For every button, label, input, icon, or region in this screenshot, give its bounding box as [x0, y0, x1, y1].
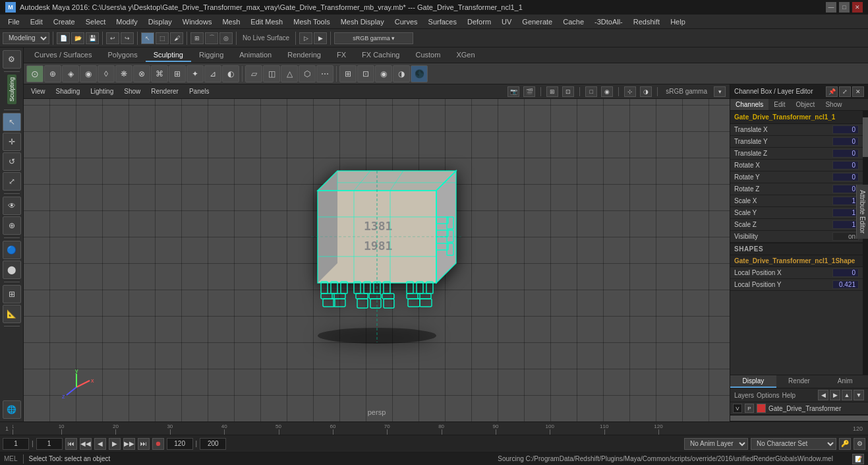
- viewport[interactable]: View Shading Lighting Show Renderer Pane…: [24, 84, 730, 421]
- ch-local-pos-y-val[interactable]: 0.421: [832, 280, 859, 289]
- move-tool[interactable]: ✛: [3, 133, 21, 151]
- tab-rendering[interactable]: Rendering: [279, 49, 329, 62]
- sculpt-tool-7[interactable]: ⊗: [133, 65, 150, 82]
- display-tool-5[interactable]: 🌑: [411, 65, 428, 82]
- layer-color-swatch[interactable]: [757, 404, 766, 413]
- menu-edit[interactable]: Edit: [25, 16, 48, 27]
- show-hide-btn[interactable]: 👁: [3, 197, 21, 215]
- display-tool-4[interactable]: ◑: [393, 65, 410, 82]
- vp-show-menu[interactable]: Show: [121, 87, 144, 96]
- tab-fx[interactable]: FX: [329, 49, 354, 62]
- layer-scrollbar-thumb[interactable]: [730, 416, 868, 421]
- mesh-tool-1[interactable]: ▱: [245, 65, 262, 82]
- vp-film-btn[interactable]: 🎬: [523, 86, 535, 97]
- open-btn[interactable]: 📂: [71, 32, 84, 44]
- cb-tab-edit[interactable]: Edit: [768, 99, 790, 110]
- menu-mesh-tools[interactable]: Mesh Tools: [288, 16, 335, 27]
- axis-btn[interactable]: 🌐: [3, 400, 21, 419]
- menu-redshift[interactable]: Redshift: [628, 16, 665, 27]
- redo-btn[interactable]: ↪: [121, 32, 134, 44]
- menu-mesh[interactable]: Mesh: [217, 16, 245, 27]
- menu-cache[interactable]: Cache: [558, 16, 589, 27]
- sculpt-tool-2[interactable]: ⊕: [44, 65, 61, 82]
- char-set-select[interactable]: No Character Set: [751, 438, 836, 450]
- ch-translate-x-val[interactable]: 0: [832, 125, 859, 134]
- cb-resize-btn[interactable]: ⤢: [839, 86, 851, 97]
- colorspace-btn[interactable]: sRGB gamma ▾: [334, 32, 413, 44]
- menu-display[interactable]: Display: [143, 16, 177, 27]
- cb-close-btn[interactable]: ✕: [852, 86, 864, 97]
- dt-tab-render[interactable]: Render: [776, 375, 823, 388]
- mesh-tool-3[interactable]: △: [281, 65, 298, 82]
- sculpt-tool-8[interactable]: ⌘: [151, 65, 168, 82]
- layer-scrollbar[interactable]: [730, 415, 868, 421]
- menu-select[interactable]: Select: [80, 16, 111, 27]
- channel-box-scrollbar-thumb[interactable]: [863, 117, 868, 157]
- menu-windows[interactable]: Windows: [177, 16, 217, 27]
- display-tool-3[interactable]: ◉: [375, 65, 392, 82]
- pb-play[interactable]: ▶: [109, 438, 121, 450]
- viewport-canvas[interactable]: 1381 1981: [24, 99, 730, 421]
- maximize-button[interactable]: □: [839, 2, 850, 13]
- pb-step-back[interactable]: ◀◀: [80, 438, 92, 450]
- isolate-btn[interactable]: ⊕: [3, 216, 21, 235]
- sculpt-tool-12[interactable]: ◐: [222, 65, 239, 82]
- menu-surfaces[interactable]: Surfaces: [423, 16, 462, 27]
- pb-next-key[interactable]: ⏭: [138, 438, 150, 450]
- menu-uv[interactable]: UV: [496, 16, 517, 27]
- ch-scale-y-val[interactable]: 1: [832, 208, 859, 217]
- ch-visibility-val[interactable]: on: [832, 232, 859, 241]
- cb-pin-btn[interactable]: 📌: [826, 86, 838, 97]
- menu-modify[interactable]: Modify: [111, 16, 142, 27]
- layer-tab-help[interactable]: Help: [782, 392, 796, 399]
- vp-grid-btn[interactable]: ⊞: [546, 86, 558, 97]
- sculpt-tool-6[interactable]: ❋: [115, 65, 132, 82]
- ch-scale-z-val[interactable]: 1: [832, 220, 859, 229]
- measure-btn[interactable]: 📐: [3, 305, 21, 323]
- display-tool-2[interactable]: ⊡: [357, 65, 374, 82]
- pb-auto-key[interactable]: ⚙: [854, 438, 865, 450]
- sculpt-tool-4[interactable]: ◉: [80, 65, 97, 82]
- grid-btn[interactable]: ⊞: [3, 285, 21, 303]
- tab-animation[interactable]: Animation: [231, 49, 279, 62]
- current-frame-input[interactable]: [3, 438, 29, 450]
- undo-btn[interactable]: ↩: [106, 32, 119, 44]
- sculpt-tool-3[interactable]: ◈: [62, 65, 79, 82]
- layer-visibility-btn[interactable]: V: [733, 404, 742, 413]
- mesh-tool-5[interactable]: ⋯: [316, 65, 333, 82]
- mel-label[interactable]: MEL: [4, 455, 18, 462]
- pb-key-settings[interactable]: 🔑: [839, 438, 851, 450]
- vp-wire-btn[interactable]: ⊹: [624, 86, 636, 97]
- snap-btn[interactable]: 🔵: [3, 241, 21, 259]
- vp-view-menu[interactable]: View: [28, 87, 49, 96]
- render-btn[interactable]: ▷: [299, 32, 312, 44]
- select-btn[interactable]: ↖: [141, 32, 154, 44]
- vp-panels-menu[interactable]: Panels: [186, 87, 213, 96]
- attribute-editor-tab[interactable]: Attribute Editor: [856, 185, 868, 239]
- mesh-tool-4[interactable]: ⬡: [299, 65, 316, 82]
- menu-create[interactable]: Create: [48, 16, 80, 27]
- menu-3dtool[interactable]: -3DtoAll-: [589, 16, 628, 27]
- menu-help[interactable]: Help: [665, 16, 691, 27]
- timeline-ruler[interactable]: 1102030405060708090100110120: [13, 422, 849, 435]
- dt-tab-display[interactable]: Display: [730, 375, 776, 388]
- sculpt-tool-5[interactable]: ◊: [98, 65, 115, 82]
- pb-record[interactable]: ⏺: [152, 438, 164, 450]
- script-editor-btn[interactable]: 📝: [852, 454, 864, 464]
- ch-rotate-x-val[interactable]: 0: [832, 161, 859, 170]
- snap-grid-btn[interactable]: ⊞: [190, 32, 204, 44]
- tab-xgen[interactable]: XGen: [448, 49, 482, 62]
- ch-translate-z-val[interactable]: 0: [832, 149, 859, 158]
- layer-act-down[interactable]: ▼: [854, 390, 864, 400]
- cb-tab-channels[interactable]: Channels: [730, 99, 768, 110]
- vp-lighting-menu[interactable]: Lighting: [87, 87, 117, 96]
- ch-rotate-z-val[interactable]: 0: [832, 185, 859, 193]
- scale-tool[interactable]: ⤢: [3, 172, 21, 191]
- vp-hud-btn[interactable]: ⊡: [562, 86, 574, 97]
- dt-tab-anim[interactable]: Anim: [822, 375, 868, 388]
- range-end-start-input[interactable]: [167, 438, 193, 450]
- minimize-button[interactable]: —: [826, 2, 836, 13]
- paint-btn[interactable]: 🖌: [170, 32, 183, 44]
- ch-translate-y-val[interactable]: 0: [832, 137, 859, 146]
- menu-file[interactable]: File: [3, 16, 25, 27]
